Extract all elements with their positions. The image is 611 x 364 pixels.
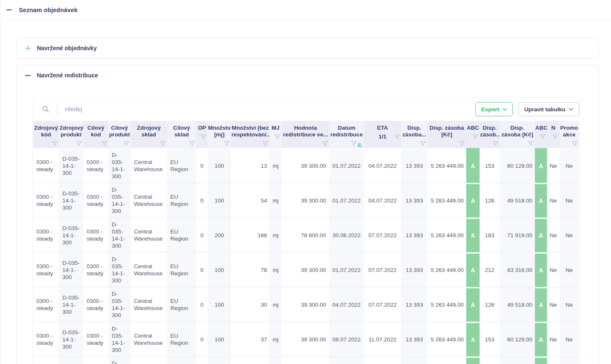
- cell-disp-zasoba-1: 13 393: [401, 148, 427, 183]
- filter-funnel-icon[interactable]: [322, 141, 328, 146]
- cell-cilovy-kod: 0300 - steady: [83, 183, 108, 218]
- column-header-label: OP: [196, 125, 208, 131]
- table-row[interactable]: 0300 - steadyD-035-14-1-3000300 - steady…: [33, 356, 579, 364]
- minus-icon[interactable]: [24, 72, 31, 79]
- cell-hodnota: 39 300.00: [282, 322, 329, 356]
- filter-funnel-icon[interactable]: [552, 134, 558, 139]
- filter-funnel-icon[interactable]: [200, 134, 206, 139]
- cell-zdrojovy-kod: 0300 - steady: [33, 287, 59, 322]
- minus-icon[interactable]: [5, 7, 12, 13]
- table-row[interactable]: 0300 - steadyD-035-14-1-3000300 - steady…: [33, 322, 579, 356]
- cell-zdrojovy-sklad: Central Warehouse: [131, 287, 167, 322]
- cell-n: Ne: [547, 287, 560, 322]
- column-header-mnozstvi-mj[interactable]: Množství [mj]: [208, 121, 231, 148]
- cell-cilovy-sklad: EU Region: [167, 252, 196, 287]
- column-header-mnozstvi-bez[interactable]: Množství (bez respektování..: [231, 121, 270, 148]
- filter-funnel-icon[interactable]: [262, 141, 268, 146]
- filter-funnel-icon[interactable]: [420, 141, 426, 146]
- column-header-label: Cílový sklad: [167, 125, 196, 138]
- abc-badge: A: [466, 356, 480, 364]
- table-row[interactable]: 0300 - steadyD-035-14-1-3000300 - steady…: [33, 218, 579, 252]
- cell-disp-zasoba-2: 153: [480, 148, 500, 183]
- cell-n: Ne: [547, 322, 560, 356]
- column-header-label: Zdrojový sklad: [131, 125, 167, 138]
- panel-proposed-redistributions-header[interactable]: Navržené redistribuce: [17, 65, 598, 85]
- filter-funnel-icon[interactable]: [189, 141, 195, 146]
- search-icon[interactable]: [42, 105, 49, 113]
- panel-proposed-orders-header[interactable]: Navržené objednávky: [17, 38, 598, 58]
- filter-funnel-icon[interactable]: [224, 141, 230, 146]
- column-header-hodnota[interactable]: Hodnota redistribuce ve...: [282, 121, 329, 148]
- cell-disp-zasoba-kc-1: 5 263 449.00: [427, 148, 466, 183]
- column-header-cilovy-sklad[interactable]: Cílový sklad: [167, 121, 196, 148]
- cell-datum-redistribuce: 01.07.2022: [329, 356, 364, 364]
- filter-funnel-icon[interactable]: [540, 134, 546, 139]
- edit-table-button[interactable]: Upravit tabulku: [519, 102, 579, 116]
- filter-funnel-icon[interactable]: [160, 141, 166, 146]
- sort-ascending-icon[interactable]: [358, 143, 362, 147]
- cell-cilovy-sklad: EU Region: [167, 322, 196, 356]
- column-header-cilovy-kod[interactable]: Cílový kod: [83, 121, 108, 148]
- cell-datum-redistribuce: 30.06.2022: [329, 218, 364, 252]
- table-row[interactable]: 0300 - steadyD-035-14-1-3000300 - steady…: [33, 148, 579, 183]
- cell-zdrojovy-kod: 0300 - steady: [33, 218, 59, 252]
- abc-badge: A: [466, 287, 480, 322]
- filter-funnel-icon[interactable]: [493, 141, 498, 146]
- filter-funnel-icon[interactable]: [528, 141, 534, 146]
- column-header-zdrojovy-produkt[interactable]: Zdrojový produkt: [59, 121, 83, 148]
- search-input[interactable]: [65, 106, 241, 113]
- filter-funnel-icon[interactable]: [351, 141, 357, 146]
- column-header-label: Disp. zásob...: [480, 125, 500, 138]
- column-header-mj[interactable]: MJ: [270, 121, 282, 148]
- table-row[interactable]: 0300 - steadyD-035-14-1-3000300 - steady…: [33, 287, 579, 322]
- column-header-abc-1[interactable]: ABC: [466, 121, 480, 148]
- column-header-zdrojovy-sklad[interactable]: Zdrojový sklad: [131, 121, 167, 148]
- filter-funnel-icon[interactable]: [101, 141, 107, 146]
- table-row[interactable]: 0300 - steadyD-035-14-1-3000300 - steady…: [33, 252, 579, 287]
- plus-icon[interactable]: [24, 45, 31, 51]
- filter-funnel-icon[interactable]: [76, 141, 82, 146]
- abc-badge: A: [466, 183, 480, 218]
- cell-cilovy-produkt: D-035-14-1-300: [108, 218, 131, 252]
- column-header-label: Disp. zásoba...: [401, 125, 427, 138]
- cell-datum-redistribuce: 08.07.2022: [329, 322, 364, 356]
- column-header-disp-zasoba-2[interactable]: Disp. zásob...: [480, 121, 500, 148]
- abc-badge: A: [466, 218, 480, 252]
- filter-funnel-icon[interactable]: [275, 134, 280, 139]
- abc-badge: A: [535, 356, 547, 364]
- column-header-disp-zasoba-kc-2[interactable]: Disp. zásoba [Kč]: [500, 121, 535, 148]
- column-header-cilovy-produkt[interactable]: Cílový produkt: [108, 121, 131, 148]
- column-header-n[interactable]: N: [547, 121, 560, 148]
- column-header-label: MJ: [270, 125, 282, 131]
- table-row[interactable]: 0300 - steadyD-035-14-1-3000300 - steady…: [33, 183, 579, 218]
- abc-badge: A: [535, 218, 547, 252]
- pagination-indicator: 1/1: [364, 133, 401, 140]
- filter-funnel-icon[interactable]: [572, 141, 578, 146]
- export-button[interactable]: Export: [475, 102, 513, 116]
- cell-cilovy-sklad: EU Region: [167, 148, 196, 183]
- cell-op: 0: [196, 183, 208, 218]
- column-header-zdrojovy-kod[interactable]: Zdrojový kód: [33, 121, 59, 148]
- cell-disp-zasoba-kc-1: 5 263 449.00: [427, 218, 466, 252]
- column-header-datum-redistribuce[interactable]: Datum redistribuce: [329, 121, 364, 148]
- column-header-op[interactable]: OP: [196, 121, 208, 148]
- cell-mj: mj: [270, 356, 282, 364]
- column-header-eta[interactable]: ETA1/1: [364, 121, 401, 148]
- column-header-disp-zasoba-1[interactable]: Disp. zásoba...: [401, 121, 427, 148]
- cell-promo-akce: Ne: [560, 287, 579, 322]
- cell-disp-zasoba-kc-2: 60 129.00: [500, 356, 535, 364]
- cell-disp-zasoba-kc-2: 49 518.00: [500, 287, 535, 322]
- table-header: Zdrojový kódZdrojový produktCílový kodCí…: [33, 121, 579, 148]
- column-header-abc-2[interactable]: ABC: [535, 121, 547, 148]
- cell-cilovy-sklad: EU Region: [167, 287, 196, 322]
- cell-eta: 04.07.2022: [364, 148, 401, 183]
- filter-funnel-icon[interactable]: [123, 141, 129, 146]
- filter-funnel-icon[interactable]: [52, 141, 58, 146]
- cell-cilovy-produkt: D-035-14-1-300: [108, 148, 131, 183]
- filter-funnel-icon[interactable]: [472, 134, 478, 139]
- column-header-disp-zasoba-kc-1[interactable]: Disp. zásoba [Kč]: [427, 121, 466, 148]
- cell-mnozstvi-mj: 100: [208, 148, 231, 183]
- cell-zdrojovy-kod: 0300 - steady: [33, 356, 59, 364]
- filter-funnel-icon[interactable]: [459, 141, 465, 146]
- column-header-promo-akce[interactable]: Promo akce: [560, 121, 579, 148]
